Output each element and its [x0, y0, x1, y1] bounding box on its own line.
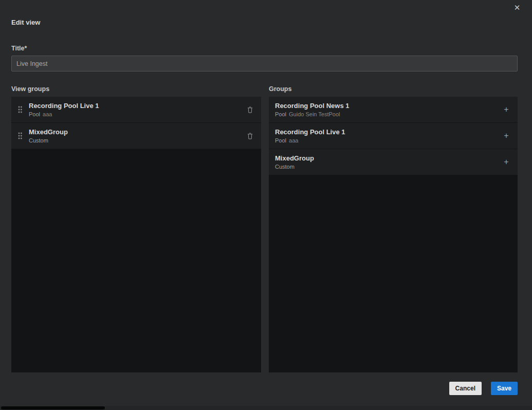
group-subtitle: Custom [29, 137, 245, 144]
view-groups-heading: View groups [11, 86, 261, 93]
group-title: MixedGroup [29, 128, 245, 136]
cancel-button[interactable]: Cancel [449, 382, 482, 395]
remove-group-icon[interactable] [245, 131, 255, 141]
groups-heading: Groups [269, 86, 518, 93]
dialog-title: Edit view [11, 19, 40, 26]
title-field-label: Title* [11, 45, 27, 52]
group-subtitle: Custom [275, 164, 501, 170]
add-group-icon[interactable]: + [501, 131, 511, 141]
groups-panel: Recording Pool News 1 PoolGuido Sein Tes… [269, 97, 518, 372]
view-group-row: MixedGroup Custom [11, 123, 261, 149]
add-group-icon[interactable]: + [501, 157, 511, 167]
drag-handle-icon[interactable] [17, 132, 23, 139]
group-title: Recording Pool Live 1 [29, 102, 245, 110]
groups-column: Groups Recording Pool News 1 PoolGuido S… [269, 86, 518, 372]
dual-list: View groups Recording Pool Live [11, 86, 518, 372]
row-text: MixedGroup Custom [29, 128, 245, 144]
remove-group-icon[interactable] [245, 104, 255, 115]
group-row: Recording Pool Live 1 Poolaaa + [269, 123, 518, 149]
horizontal-scrollbar[interactable] [0, 406, 532, 410]
group-subtitle: PoolGuido Sein TestPool [275, 111, 501, 117]
add-group-icon[interactable]: + [501, 104, 511, 115]
drag-handle-icon[interactable] [17, 106, 23, 113]
horizontal-scrollbar-thumb[interactable] [1, 406, 105, 409]
close-icon[interactable]: ✕ [511, 2, 523, 13]
save-button[interactable]: Save [491, 382, 518, 395]
row-text: Recording Pool Live 1 Poolaaa [29, 102, 245, 117]
row-text: Recording Pool Live 1 Poolaaa [275, 128, 501, 144]
row-text: Recording Pool News 1 PoolGuido Sein Tes… [275, 102, 501, 117]
group-row: Recording Pool News 1 PoolGuido Sein Tes… [269, 97, 518, 123]
row-text: MixedGroup Custom [275, 154, 501, 170]
view-groups-panel: Recording Pool Live 1 Poolaaa [11, 97, 261, 372]
view-group-row: Recording Pool Live 1 Poolaaa [11, 97, 261, 123]
view-groups-column: View groups Recording Pool Live [11, 86, 261, 372]
dialog-footer: Cancel Save [449, 382, 518, 395]
edit-view-dialog: Edit view ✕ Title* View groups [0, 0, 532, 410]
group-title: Recording Pool Live 1 [275, 128, 501, 136]
group-title: Recording Pool News 1 [275, 102, 501, 110]
group-row: MixedGroup Custom + [269, 149, 518, 175]
group-subtitle: Poolaaa [275, 137, 501, 144]
title-input[interactable] [11, 56, 518, 72]
group-title: MixedGroup [275, 154, 501, 162]
group-subtitle: Poolaaa [29, 111, 245, 117]
